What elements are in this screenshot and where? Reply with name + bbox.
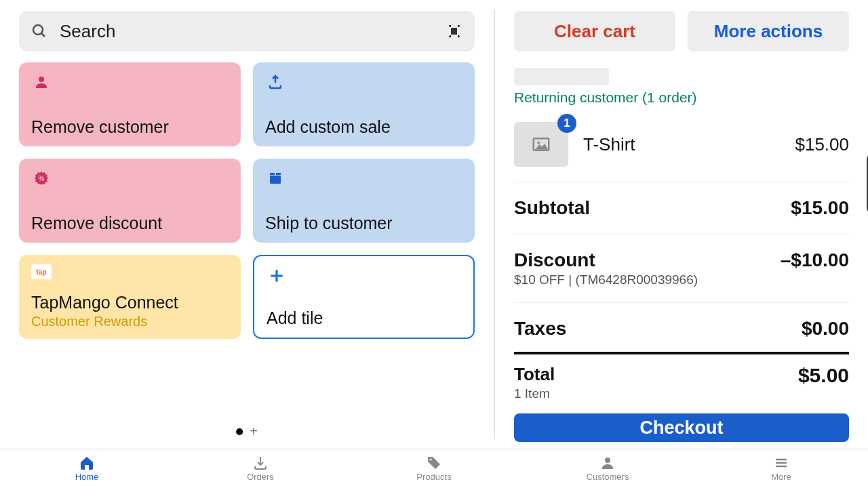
tile-label: TapMango Connect (31, 293, 229, 312)
tiles-grid: Remove customer Add custom sale % Remove… (19, 62, 475, 339)
discount-label: Discount (514, 249, 698, 271)
products-icon (426, 455, 442, 470)
nav-label: Products (416, 472, 451, 482)
item-thumbnail: 1 (514, 122, 568, 167)
tile-label: Add custom sale (265, 117, 462, 137)
pager-add-icon[interactable]: + (250, 424, 258, 439)
tile-label: Add tile (267, 308, 461, 328)
more-actions-button[interactable]: More actions (688, 11, 849, 52)
customer-status: Returning customer (1 order) (514, 89, 849, 106)
tile-remove-discount[interactable]: % Remove discount (19, 159, 241, 243)
svg-rect-2 (452, 28, 453, 34)
tile-label: Remove customer (31, 117, 229, 137)
orders-icon (252, 455, 269, 470)
plus-icon (267, 266, 287, 286)
clear-cart-button[interactable]: Clear cart (514, 11, 675, 52)
cart-item[interactable]: 1 T-Shirt $15.00 (514, 122, 849, 167)
taxes-label: Taxes (514, 318, 566, 340)
barcode-icon[interactable] (446, 23, 462, 39)
nav-label: Customers (587, 472, 629, 482)
total-item-count: 1 Item (514, 386, 555, 401)
item-qty-badge: 1 (557, 114, 576, 133)
svg-point-13 (537, 142, 540, 144)
tile-label: Ship to customer (265, 214, 462, 233)
upload-icon (265, 72, 285, 92)
tile-label: Remove discount (31, 214, 229, 233)
more-icon (773, 455, 789, 470)
page-indicator: + (236, 424, 258, 439)
item-price: $15.00 (795, 134, 849, 155)
svg-point-5 (39, 77, 44, 82)
pager-dot (236, 428, 243, 435)
tapmango-badge: tap (31, 264, 52, 279)
svg-rect-8 (270, 173, 275, 175)
svg-point-14 (430, 459, 432, 461)
nav-home[interactable]: Home (0, 449, 174, 488)
search-placeholder: Search (60, 21, 446, 42)
discount-value: –$10.00 (781, 249, 849, 271)
svg-text:%: % (39, 175, 45, 182)
nav-products[interactable]: Products (347, 449, 521, 488)
svg-line-1 (41, 33, 45, 37)
package-icon (265, 168, 285, 188)
tile-remove-customer[interactable]: Remove customer (19, 62, 241, 146)
svg-rect-3 (454, 28, 454, 34)
svg-rect-9 (276, 173, 281, 175)
svg-point-0 (33, 25, 43, 35)
nav-more[interactable]: More (694, 449, 868, 488)
discount-icon: % (31, 168, 52, 188)
taxes-value: $0.00 (802, 318, 849, 340)
bottom-nav: Home Orders Products Customers More (0, 449, 868, 488)
subtotal-label: Subtotal (514, 197, 590, 219)
tile-tapmango[interactable]: tap TapMango Connect Customer Rewards (19, 255, 241, 339)
tile-add-custom-sale[interactable]: Add custom sale (253, 62, 475, 146)
svg-point-15 (605, 458, 610, 463)
nav-customers[interactable]: Customers (521, 449, 694, 488)
subtotal-value: $15.00 (791, 197, 849, 219)
tile-add[interactable]: Add tile (253, 255, 475, 339)
customers-icon (599, 455, 616, 470)
svg-rect-7 (270, 176, 281, 184)
tile-ship-to-customer[interactable]: Ship to customer (253, 159, 475, 243)
total-value: $5.00 (798, 364, 849, 387)
search-bar[interactable]: Search (19, 11, 475, 52)
home-icon (79, 455, 95, 470)
search-icon (31, 23, 47, 39)
svg-rect-4 (455, 28, 456, 34)
nav-label: Home (75, 472, 99, 482)
tile-sublabel: Customer Rewards (31, 314, 229, 329)
nav-label: More (771, 472, 791, 482)
nav-label: Orders (247, 472, 274, 482)
discount-detail: $10 OFF | (TM6428R00039966) (514, 272, 698, 287)
customer-name-redacted (514, 68, 609, 85)
person-icon (31, 72, 52, 92)
item-name: T-Shirt (583, 134, 795, 155)
total-label: Total (514, 364, 555, 385)
checkout-button[interactable]: Checkout (514, 413, 849, 442)
nav-orders[interactable]: Orders (174, 449, 347, 488)
